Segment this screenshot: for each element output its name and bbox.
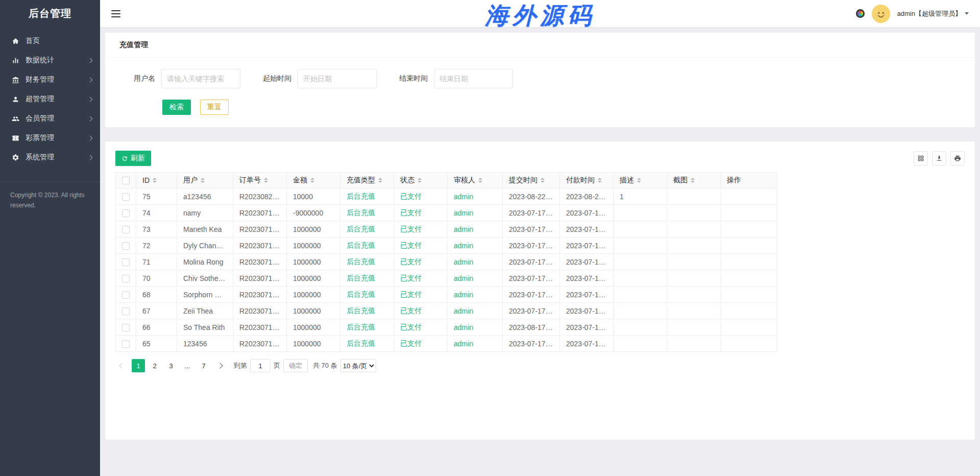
page-number-button[interactable]: 3	[164, 359, 178, 372]
column-header[interactable]: 金额	[287, 173, 340, 188]
user-avatar[interactable]	[872, 5, 890, 23]
filter-field-input[interactable]	[298, 69, 377, 88]
per-page-select[interactable]: 10 条/页	[340, 359, 376, 372]
cell-order: R202307171...	[233, 221, 287, 237]
page-number-button[interactable]: 2	[148, 359, 161, 372]
column-header-label: 订单号	[239, 176, 261, 185]
sidebar-item[interactable]: 财务管理	[0, 70, 100, 89]
table-row[interactable]: 72 Dyly Chanso... R202307171... 1000000 …	[116, 237, 777, 254]
page-number-button[interactable]: 7	[197, 359, 210, 372]
cell-user: namy	[177, 205, 233, 221]
filter-field-input[interactable]	[434, 69, 513, 88]
cell-screenshot	[667, 205, 721, 221]
sort-icon[interactable]	[541, 178, 545, 183]
row-checkbox[interactable]	[122, 324, 130, 331]
sidebar-item-label: 超管管理	[26, 94, 88, 104]
row-checkbox[interactable]	[122, 242, 130, 250]
column-header[interactable]: 描述	[614, 173, 667, 188]
sort-icon[interactable]	[418, 178, 422, 183]
next-page-button[interactable]	[213, 359, 227, 372]
cell-submit-time: 2023-07-17 1...	[503, 205, 560, 221]
column-header[interactable]: ID	[136, 173, 177, 188]
column-header[interactable]: 提交时间	[503, 173, 560, 188]
row-checkbox[interactable]	[122, 307, 130, 315]
cell-pay-time: 2023-07-17 1...	[560, 287, 614, 303]
cell-id: 66	[136, 319, 177, 336]
column-header[interactable]: 充值类型	[340, 173, 394, 188]
sort-icon[interactable]	[201, 178, 205, 183]
reset-button[interactable]: 重置	[200, 100, 229, 115]
cell-user: Dyly Chanso...	[177, 237, 233, 254]
filter-card: 充值管理 用户名 起始时间	[105, 33, 975, 127]
chevron-right-icon	[88, 97, 93, 102]
sort-icon[interactable]	[478, 178, 482, 183]
cell-id: 70	[136, 270, 177, 287]
user-menu[interactable]: admin【超级管理员】	[897, 9, 969, 18]
goto-page-input[interactable]	[250, 359, 271, 372]
export-icon-button[interactable]	[932, 151, 946, 165]
column-header[interactable]: 操作	[721, 173, 777, 188]
row-checkbox[interactable]	[122, 258, 130, 266]
filter-field-label: 起始时间	[263, 74, 291, 83]
row-checkbox[interactable]	[122, 275, 130, 282]
column-header[interactable]: 状态	[394, 173, 448, 188]
print-icon-button[interactable]	[950, 151, 965, 165]
table-row[interactable]: 67 Zeii Thea R202307171... 1000000 后台充值 …	[116, 303, 777, 319]
sidebar-item-label: 系统管理	[26, 153, 88, 162]
home-icon	[11, 37, 19, 45]
select-all-checkbox[interactable]	[122, 177, 130, 184]
filter-field-input[interactable]	[161, 69, 240, 88]
chevron-right-icon	[88, 135, 93, 140]
sidebar-item[interactable]: 彩票管理	[0, 128, 100, 148]
column-header[interactable]: 订单号	[233, 173, 287, 188]
refresh-button[interactable]: 刷新	[115, 151, 151, 166]
sort-icon[interactable]	[598, 178, 602, 183]
sort-icon[interactable]	[153, 178, 157, 183]
sidebar-item[interactable]: 系统管理	[0, 148, 100, 167]
cell-submit-time: 2023-08-22 1...	[503, 188, 560, 205]
sort-icon[interactable]	[691, 178, 695, 183]
theme-palette-icon[interactable]	[856, 9, 865, 18]
cell-user: Maneth Kea	[177, 221, 233, 237]
cell-operation	[721, 303, 777, 319]
search-button[interactable]: 检索	[162, 100, 191, 115]
row-checkbox[interactable]	[122, 193, 130, 201]
sidebar-item[interactable]: 首页	[0, 31, 100, 51]
row-checkbox[interactable]	[122, 291, 130, 299]
table-row[interactable]: 75 a123456 R202308221... 10000 后台充值 已支付 …	[116, 188, 777, 205]
table-row[interactable]: 70 Chiv Sotheary R202307171... 1000000 后…	[116, 270, 777, 287]
sidebar-item[interactable]: 数据统计	[0, 51, 100, 70]
chevron-right-icon	[88, 155, 93, 160]
row-checkbox[interactable]	[122, 226, 130, 233]
table-row[interactable]: 65 123456 R202307171... 1000000 后台充值 已支付…	[116, 336, 777, 352]
menu-toggle-icon[interactable]	[111, 10, 120, 17]
row-checkbox[interactable]	[122, 209, 130, 217]
column-header[interactable]: 截图	[667, 173, 721, 188]
sort-icon[interactable]	[637, 178, 641, 183]
confirm-page-button[interactable]: 确定	[283, 359, 308, 372]
table-row[interactable]: 73 Maneth Kea R202307171... 1000000 后台充值…	[116, 221, 777, 237]
cell-status: 已支付	[394, 270, 448, 287]
page-number-button[interactable]: 1	[132, 359, 145, 372]
sort-icon[interactable]	[378, 178, 382, 183]
row-checkbox[interactable]	[122, 340, 130, 348]
table-row[interactable]: 68 Sorphorn Chum R202307171... 1000000 后…	[116, 287, 777, 303]
page-number-button[interactable]: ...	[181, 359, 194, 372]
cell-status: 已支付	[394, 205, 448, 221]
sidebar-item[interactable]: 会员管理	[0, 109, 100, 128]
cell-submit-time: 2023-07-17 1...	[503, 254, 560, 270]
table-row[interactable]: 66 So Thea Rith R202307171... 1000000 后台…	[116, 319, 777, 336]
cell-type: 后台充值	[340, 270, 394, 287]
sort-icon[interactable]	[310, 178, 314, 183]
table-row[interactable]: 71 Molina Rong R202307171... 1000000 后台充…	[116, 254, 777, 270]
column-header-label: 金额	[293, 176, 307, 185]
column-header[interactable]: 审核人	[448, 173, 503, 188]
column-header[interactable]: 付款时间	[560, 173, 614, 188]
sidebar-item[interactable]: 超管管理	[0, 89, 100, 109]
table-row[interactable]: 74 namy R202307171... -9000000 后台充值 已支付 …	[116, 205, 777, 221]
sort-icon[interactable]	[264, 178, 268, 183]
cell-operation	[721, 237, 777, 254]
prev-page-button[interactable]	[115, 359, 129, 372]
column-header[interactable]: 用户	[177, 173, 233, 188]
columns-filter-icon-button[interactable]	[914, 151, 928, 165]
